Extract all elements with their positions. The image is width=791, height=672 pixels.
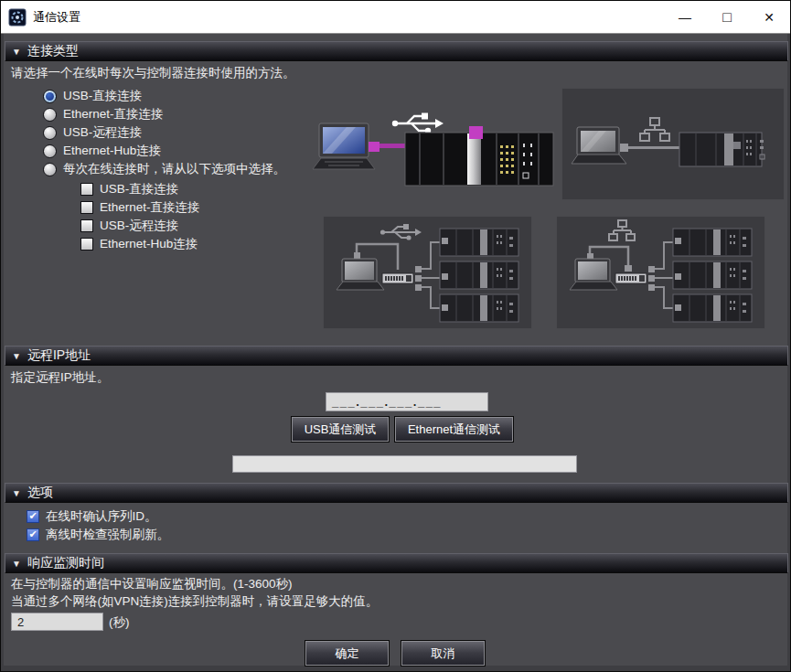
- radio-label: 每次在线连接时，请从以下选项中选择。: [63, 161, 285, 177]
- check-icon: ✔: [28, 511, 37, 521]
- response-time-unit: (秒): [109, 614, 130, 631]
- radio-icon: [43, 163, 57, 176]
- radio-icon: [43, 108, 57, 122]
- radio-icon: [43, 90, 57, 103]
- checkbox-icon: [80, 238, 93, 251]
- remote-ip-input[interactable]: ___.___.___.___: [326, 392, 488, 411]
- checkbox-usb-direct[interactable]: USB-直接连接: [80, 181, 178, 197]
- radio-icon: [43, 144, 57, 158]
- checkbox-icon: [80, 183, 93, 196]
- section-header-connection-type[interactable]: ▼ 连接类型: [5, 41, 788, 61]
- checkbox-label: USB-直接连接: [100, 181, 178, 197]
- checkbox-icon: ✔: [27, 528, 39, 541]
- cancel-button[interactable]: 取消: [401, 641, 485, 666]
- diagram-usb-remote: [323, 216, 532, 329]
- response-time-input[interactable]: 2: [11, 613, 103, 631]
- checkbox-icon: ✔: [27, 510, 39, 523]
- radio-label: USB-远程连接: [63, 124, 142, 141]
- ethernet-test-button[interactable]: Ethernet通信测试: [395, 417, 513, 442]
- section-header-options[interactable]: ▼ 选项: [5, 483, 788, 503]
- radio-label: Ethernet-直接连接: [63, 106, 164, 123]
- checkbox-label: Ethernet-直接连接: [100, 199, 200, 216]
- checkbox-label: 离线时检查强制刷新。: [46, 527, 169, 543]
- minimize-button[interactable]: —: [664, 1, 706, 33]
- checkbox-label: Ethernet-Hub连接: [100, 236, 198, 252]
- test-result-field[interactable]: [232, 455, 577, 473]
- section-title-response-time: 响应监测时间: [27, 555, 104, 571]
- radio-select-each-time[interactable]: 每次在线连接时，请从以下选项中选择。: [43, 161, 285, 177]
- radio-ethernet-direct[interactable]: Ethernet-直接连接: [43, 106, 164, 123]
- usb-test-button[interactable]: USB通信测试: [292, 417, 389, 442]
- radio-usb-direct[interactable]: USB-直接连接: [43, 88, 142, 104]
- section-header-response-time[interactable]: ▼ 响应监测时间: [5, 553, 788, 573]
- radio-icon: [43, 126, 57, 140]
- collapse-triangle-icon: ▼: [12, 488, 21, 498]
- collapse-triangle-icon: ▼: [12, 351, 21, 361]
- check-icon: ✔: [28, 529, 37, 539]
- checkbox-icon: [80, 201, 93, 214]
- window-title: 通信设置: [33, 9, 80, 26]
- response-time-line2: 当通过多个网络(如VPN连接)连接到控制器时，请设置足够大的值。: [11, 593, 378, 610]
- radio-label: USB-直接连接: [63, 88, 142, 104]
- checkbox-confirm-serial-id[interactable]: ✔ 在线时确认序列ID。: [27, 508, 157, 525]
- diagram-ethernet-hub: [556, 216, 765, 329]
- checkbox-label: 在线时确认序列ID。: [46, 508, 157, 525]
- checkbox-ethernet-direct[interactable]: Ethernet-直接连接: [80, 199, 200, 216]
- window-frame-bottom: [1, 666, 790, 671]
- radio-label: Ethernet-Hub连接: [63, 143, 161, 159]
- checkbox-ethernet-hub[interactable]: Ethernet-Hub连接: [80, 236, 198, 252]
- radio-ethernet-hub[interactable]: Ethernet-Hub连接: [43, 143, 161, 159]
- collapse-triangle-icon: ▼: [12, 559, 21, 569]
- window-frame-left: [1, 34, 4, 671]
- section-title-remote-ip: 远程IP地址: [27, 347, 91, 364]
- app-icon: [8, 8, 27, 27]
- radio-usb-remote[interactable]: USB-远程连接: [43, 124, 142, 141]
- checkbox-icon: [80, 219, 93, 232]
- checkbox-usb-remote[interactable]: USB-远程连接: [80, 218, 178, 234]
- diagram-usb-direct: [310, 91, 559, 195]
- checkbox-label: USB-远程连接: [100, 218, 178, 234]
- close-button[interactable]: ✕: [748, 1, 790, 33]
- connection-instruction: 请选择一个在线时每次与控制器连接时使用的方法。: [11, 65, 295, 81]
- section-title-options: 选项: [27, 485, 53, 501]
- titlebar: 通信设置 — □ ✕: [1, 1, 790, 34]
- section-header-remote-ip[interactable]: ▼ 远程IP地址: [5, 346, 788, 366]
- collapse-triangle-icon: ▼: [12, 47, 21, 57]
- window-controls: — □ ✕: [664, 1, 790, 33]
- diagram-ethernet-direct: [561, 88, 785, 200]
- section-title-connection-type: 连接类型: [27, 43, 79, 59]
- remote-ip-instruction: 指定远程IP地址。: [11, 369, 109, 386]
- ok-button[interactable]: 确定: [305, 641, 389, 666]
- communication-settings-dialog: 通信设置 — □ ✕ ▼ 连接类型 请选择一个在线时每次与控制器连接时使用的方法…: [0, 0, 791, 672]
- maximize-button[interactable]: □: [706, 1, 748, 33]
- checkbox-check-forced-refresh[interactable]: ✔ 离线时检查强制刷新。: [27, 527, 169, 543]
- response-time-line1: 在与控制器的通信中设置响应监视时间。(1-3600秒): [11, 576, 293, 592]
